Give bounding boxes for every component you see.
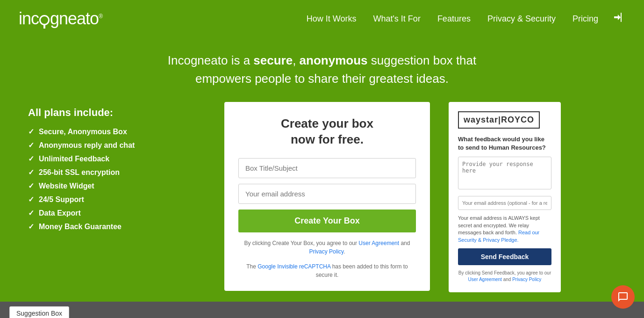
check-icon-8: ✓ — [28, 222, 34, 231]
feedback-email-input[interactable] — [458, 196, 551, 210]
nav-links: How It Works What's It For Features Priv… — [307, 14, 598, 24]
feature-item-1: ✓Secure, Anonymous Box — [28, 127, 206, 136]
send-user-agreement-link[interactable]: User Agreement — [468, 277, 502, 282]
privacy-note: Your email address is ALWAYS kept secret… — [458, 215, 551, 244]
box-title-input[interactable] — [238, 158, 416, 178]
check-icon-2: ✓ — [28, 141, 34, 150]
nav-link-whats-it-for[interactable]: What's It For — [373, 14, 420, 23]
suggestion-box-button[interactable]: Suggestion Box — [9, 306, 69, 318]
chat-bubble-button[interactable] — [611, 285, 635, 309]
recaptcha-text: The Google Invisible reCAPTCHA has been … — [238, 262, 416, 279]
hero-section: Incogneato is a secure, anonymous sugges… — [0, 37, 644, 97]
features-heading: All plans include: — [28, 107, 206, 119]
recaptcha-link[interactable]: Google Invisible reCAPTCHA — [258, 263, 330, 270]
hero-bold-anonymous: anonymous — [300, 53, 368, 67]
nav-link-how-it-works[interactable]: How It Works — [307, 14, 357, 23]
hero-bold-secure: secure — [253, 53, 293, 67]
site-logo[interactable]: incgneato® — [19, 9, 307, 29]
nav-link-features[interactable]: Features — [437, 14, 471, 23]
feedback-question: What feedback would you like to send to … — [458, 135, 551, 152]
user-agreement-link[interactable]: User Agreement — [358, 240, 399, 246]
send-terms: By clicking Send Feedback, you agree to … — [458, 270, 551, 283]
feature-item-7: ✓Data Export — [28, 209, 206, 217]
feature-list: ✓Secure, Anonymous Box ✓Anonymous reply … — [28, 127, 206, 231]
check-icon-1: ✓ — [28, 127, 34, 136]
check-icon-7: ✓ — [28, 209, 34, 217]
hero-text-before: Incogneato is a — [168, 53, 254, 67]
send-privacy-policy-link[interactable]: Privacy Policy — [512, 277, 541, 282]
send-terms-and: and — [503, 277, 511, 282]
feature-item-3: ✓Unlimited Feedback — [28, 154, 206, 163]
nav-link-pricing[interactable]: Pricing — [572, 14, 598, 23]
features-panel: All plans include: ✓Secure, Anonymous Bo… — [28, 102, 206, 236]
nav-item-how-it-works[interactable]: How It Works — [307, 14, 357, 24]
check-icon-3: ✓ — [28, 154, 34, 163]
feature-item-6: ✓24/5 Support — [28, 195, 206, 204]
email-input[interactable] — [238, 184, 416, 204]
feedback-response-input[interactable] — [458, 157, 551, 189]
hero-comma: , — [293, 53, 299, 67]
demo-feedback-panel: waystar|ROYCO What feedback would you li… — [449, 102, 561, 292]
feature-item-5: ✓Website Widget — [28, 181, 206, 190]
privacy-policy-link[interactable]: Privacy Policy — [309, 248, 343, 255]
send-terms-pre: By clicking Send Feedback, you agree to … — [458, 270, 551, 275]
navbar: incgneato® How It Works What's It For Fe… — [0, 0, 644, 37]
feature-item-8: ✓Money Back Guarantee — [28, 222, 206, 231]
nav-item-privacy[interactable]: Privacy & Security — [487, 14, 556, 24]
terms-pre: By clicking Create Your Box, you agree t… — [244, 240, 357, 246]
check-icon-4: ✓ — [28, 168, 34, 177]
send-feedback-button[interactable]: Send Feedback — [458, 248, 551, 265]
terms-text: By clicking Create Your Box, you agree t… — [238, 239, 416, 256]
signin-icon[interactable] — [612, 11, 625, 27]
nav-item-whats-it-for[interactable]: What's It For — [373, 14, 420, 24]
signup-panel: Create your boxnow for free. Create Your… — [224, 102, 430, 291]
footer-bar: Suggestion Box — [0, 302, 644, 318]
check-icon-5: ✓ — [28, 181, 34, 190]
main-section: All plans include: ✓Secure, Anonymous Bo… — [0, 97, 644, 302]
nav-link-privacy[interactable]: Privacy & Security — [487, 14, 556, 23]
nav-item-features[interactable]: Features — [437, 14, 471, 24]
check-icon-6: ✓ — [28, 195, 34, 204]
feature-item-2: ✓Anonymous reply and chat — [28, 141, 206, 150]
recaptcha-pre: The — [246, 263, 256, 270]
terms-and: and — [401, 240, 410, 246]
company-logo: waystar|ROYCO — [458, 111, 540, 129]
create-box-button[interactable]: Create Your Box — [238, 210, 416, 232]
svg-rect-0 — [621, 13, 622, 22]
feature-item-4: ✓256-bit SSL encryption — [28, 168, 206, 177]
nav-item-pricing[interactable]: Pricing — [572, 14, 598, 24]
signup-heading: Create your boxnow for free. — [238, 116, 416, 148]
